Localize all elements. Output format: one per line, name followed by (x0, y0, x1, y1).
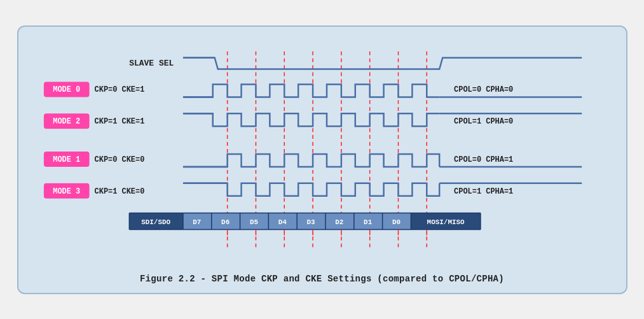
mode3-cpol: CPOL=1 CPHA=1 (454, 187, 513, 195)
diagram-area: SLAVE SEL MODE 0 CKP=0 CKE=1 CPOL=0 CPHA… (31, 38, 613, 267)
mode3-label: MODE 3 (53, 187, 80, 195)
mode0-params: CKP=0 CKE=1 (94, 85, 144, 94)
d7-label: D7 (193, 218, 201, 225)
mode1-params: CKP=0 CKE=0 (94, 155, 144, 164)
mode1-cpol: CPOL=0 CPHA=1 (454, 155, 513, 164)
d4-label: D4 (278, 218, 287, 225)
sdi-sdo-label: SDI/SDO (141, 218, 170, 225)
d3-label: D3 (306, 218, 315, 225)
figure-caption: Figure 2.2 - SPI Mode CKP and CKE Settin… (31, 274, 613, 284)
d6-label: D6 (221, 218, 230, 225)
mode1-label: MODE 1 (53, 155, 80, 164)
mode0-label: MODE 0 (53, 85, 80, 94)
slave-sel-label: SLAVE SEL (129, 58, 174, 67)
mode2-cpol: CPOL=1 CPHA=0 (454, 117, 513, 126)
d1-label: D1 (364, 218, 373, 225)
mosi-miso-label: MOSI/MISO (427, 218, 465, 225)
mode3-params: CKP=1 CKE=0 (94, 187, 144, 195)
mode0-cpol: CPOL=0 CPHA=0 (454, 85, 513, 94)
d2-label: D2 (335, 218, 343, 225)
diagram-container: SLAVE SEL MODE 0 CKP=0 CKE=1 CPOL=0 CPHA… (17, 25, 627, 294)
mode2-params: CKP=1 CKE=1 (94, 117, 144, 126)
main-diagram-svg: SLAVE SEL MODE 0 CKP=0 CKE=1 CPOL=0 CPHA… (31, 38, 613, 267)
mode2-label: MODE 2 (53, 117, 80, 126)
d5-label: D5 (249, 218, 257, 225)
d0-label: D0 (392, 218, 400, 225)
